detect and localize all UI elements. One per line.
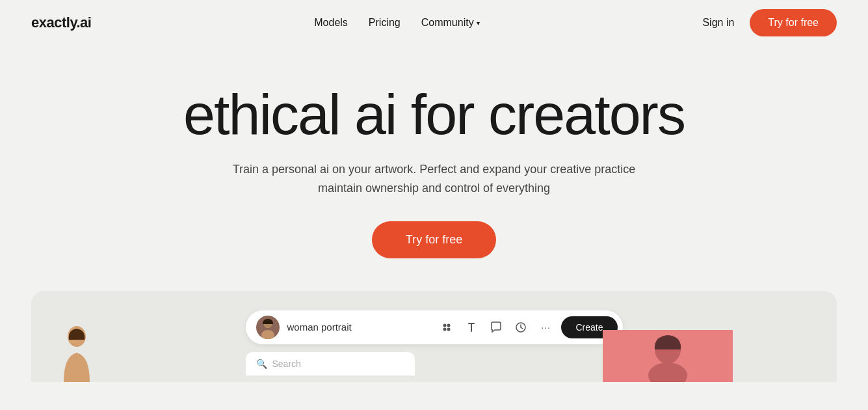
logo[interactable]: exactly.ai [31,14,91,31]
nav-link-community[interactable]: Community ▾ [421,17,480,29]
prompt-actions: ··· Create [438,316,617,338]
text-icon[interactable] [462,318,480,336]
chat-icon[interactable] [487,318,505,336]
hero-title: ethical ai for creators [183,85,685,144]
figure-silhouette [57,323,96,382]
search-bar-row: 🔍 Search [246,352,623,376]
search-placeholder: Search [272,359,301,369]
search-icon: 🔍 [256,359,267,369]
community-dropdown-icon: ▾ [477,20,480,27]
nav-link-pricing[interactable]: Pricing [369,17,401,28]
search-bar[interactable]: 🔍 Search [246,352,415,376]
svg-point-4 [443,323,447,327]
svg-point-6 [443,327,447,331]
try-free-button-hero[interactable]: Try for free [372,221,496,258]
image-preview [603,330,733,382]
prompt-bar: woman portrait [246,310,623,344]
grid-icon[interactable] [438,318,456,336]
sign-in-link[interactable]: Sign in [702,17,734,29]
svg-point-7 [447,327,451,331]
user-avatar [256,316,280,339]
clock-icon[interactable] [512,318,530,336]
navbar: exactly.ai Models Pricing Community ▾ Si… [0,0,868,46]
app-preview-section: woman portrait [31,291,837,382]
hero-subtitle: Train a personal ai on your artwork. Per… [233,160,636,198]
prompt-input[interactable]: woman portrait [287,321,430,333]
nav-link-models[interactable]: Models [314,17,348,28]
svg-point-5 [447,323,451,327]
hero-section: ethical ai for creators Train a personal… [0,46,868,291]
try-free-button-nav[interactable]: Try for free [750,9,837,36]
more-options-icon[interactable]: ··· [536,318,555,336]
